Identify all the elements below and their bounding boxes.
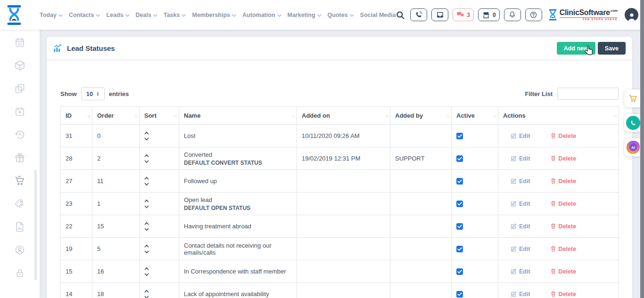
- top-bar: TodayContactsLeadsDealsTasksMembershipsA…: [0, 0, 644, 30]
- column-header-added-by[interactable]: Added by↑↓: [390, 107, 452, 125]
- delete-link[interactable]: Delete: [550, 268, 577, 275]
- sidebar-cart-icon[interactable]: [14, 175, 25, 186]
- active-checkbox[interactable]: [456, 178, 463, 185]
- move-up-button[interactable]: [144, 222, 150, 225]
- delete-link[interactable]: Delete: [550, 155, 577, 162]
- cell-active: [452, 125, 498, 147]
- nav-item-tasks[interactable]: Tasks: [164, 12, 186, 18]
- sidebar-calendar-import-icon[interactable]: [14, 106, 25, 117]
- sidebar-lock-icon[interactable]: [14, 267, 25, 279]
- sidebar-calendar-icon[interactable]: 12: [14, 37, 25, 48]
- column-header-id[interactable]: ID↑↓: [61, 107, 92, 125]
- column-header-name[interactable]: Name↑↓: [179, 107, 297, 125]
- sidebar-tags-icon[interactable]: [14, 198, 25, 209]
- chat-button[interactable]: 3: [453, 8, 474, 21]
- active-checkbox[interactable]: [456, 223, 463, 230]
- delete-link[interactable]: Delete: [550, 223, 577, 230]
- move-up-button[interactable]: [144, 131, 150, 135]
- user-avatar[interactable]: [625, 8, 638, 22]
- chevron-down-icon: [350, 14, 354, 17]
- sidebar-copy-icon[interactable]: [14, 83, 25, 94]
- move-up-button[interactable]: [144, 267, 150, 270]
- nav-item-leads[interactable]: Leads: [106, 12, 129, 18]
- cell-name: ConvertedDEFAULT CONVERT STATUS: [179, 147, 297, 170]
- window-scrollbar[interactable]: [640, 0, 644, 298]
- delete-link[interactable]: Delete: [550, 201, 577, 207]
- help-button[interactable]: [525, 8, 542, 21]
- column-header-active[interactable]: Active↑↓: [452, 107, 498, 125]
- cell-added-on: 10/11/2020 09:26 AM: [297, 125, 390, 147]
- delete-link[interactable]: Delete: [550, 133, 577, 139]
- edit-link[interactable]: Edit: [511, 155, 530, 162]
- move-down-button[interactable]: [144, 250, 150, 254]
- active-checkbox[interactable]: [456, 201, 463, 207]
- column-header-sort[interactable]: Sort↑↓: [140, 107, 179, 125]
- nav-item-marketing[interactable]: Marketing: [288, 12, 322, 18]
- active-checkbox[interactable]: [456, 268, 463, 275]
- store-button[interactable]: 0: [478, 8, 500, 21]
- sidebar-gift-icon[interactable]: [14, 152, 25, 163]
- search-icon[interactable]: [396, 10, 405, 20]
- delete-link[interactable]: Delete: [550, 178, 577, 185]
- edit-link[interactable]: Edit: [511, 201, 530, 207]
- ai-icon: AI: [627, 141, 640, 154]
- edit-icon: [511, 155, 517, 161]
- column-header-actions[interactable]: Actions↑↓: [498, 107, 619, 125]
- move-up-button[interactable]: [144, 177, 150, 180]
- clinicsoftware-logo[interactable]: ClinicSoftware.com TEN STEPS AHEAD: [548, 8, 618, 21]
- sidebar-scrollbar[interactable]: [34, 170, 37, 280]
- move-down-button[interactable]: [144, 296, 150, 298]
- nav-item-contacts[interactable]: Contacts: [69, 12, 100, 18]
- edit-link[interactable]: Edit: [511, 223, 530, 230]
- active-checkbox[interactable]: [456, 133, 463, 139]
- move-up-button[interactable]: [144, 244, 150, 248]
- move-down-button[interactable]: [144, 183, 150, 186]
- move-down-button[interactable]: [144, 205, 150, 209]
- floating-cart-button[interactable]: [624, 89, 642, 107]
- move-up-button[interactable]: [144, 290, 150, 293]
- edit-link[interactable]: Edit: [511, 133, 530, 139]
- sidebar-history-icon[interactable]: [14, 129, 25, 140]
- edit-link[interactable]: Edit: [511, 178, 530, 185]
- app-logo-hourglass-icon[interactable]: [0, 5, 28, 25]
- floating-ai-button[interactable]: AI: [624, 138, 642, 156]
- nav-item-social-media[interactable]: Social Media: [360, 12, 396, 18]
- nav-item-today[interactable]: Today: [40, 12, 63, 18]
- nav-item-automation[interactable]: Automation: [242, 12, 281, 18]
- sidebar-user-clock-icon[interactable]: [14, 244, 25, 256]
- floating-phone-button[interactable]: [624, 114, 642, 132]
- edit-link[interactable]: Edit: [511, 291, 530, 298]
- move-up-button[interactable]: [144, 199, 150, 202]
- sidebar-report-icon[interactable]: [14, 221, 25, 233]
- caret-up-icon: [144, 177, 149, 180]
- active-checkbox[interactable]: [456, 155, 463, 162]
- cell-name: In Correspondence with staff member: [179, 260, 297, 283]
- delete-link[interactable]: Delete: [550, 246, 577, 252]
- column-header-added-on[interactable]: Added on↑↓: [297, 107, 390, 125]
- phone-button[interactable]: [410, 8, 427, 21]
- active-checkbox[interactable]: [456, 246, 463, 252]
- save-button[interactable]: Save: [598, 42, 626, 55]
- move-down-button[interactable]: [144, 160, 150, 163]
- delete-link[interactable]: Delete: [550, 291, 577, 298]
- move-up-button[interactable]: [144, 154, 150, 157]
- move-down-button[interactable]: [144, 273, 150, 276]
- nav-item-quotes[interactable]: Quotes: [328, 12, 354, 18]
- column-header-order[interactable]: Order↑↓: [92, 107, 140, 125]
- chat-count-badge: 3: [467, 12, 470, 18]
- cell-added-on: [297, 238, 390, 260]
- inbox-button[interactable]: [431, 8, 448, 21]
- move-down-button[interactable]: [144, 137, 150, 141]
- filter-input[interactable]: [557, 88, 619, 100]
- page-size-select[interactable]: 10 ▲▼: [81, 87, 105, 100]
- sort-arrows-icon: ↑↓: [385, 113, 388, 118]
- sidebar-package-icon[interactable]: [14, 60, 25, 71]
- move-down-button[interactable]: [144, 228, 150, 231]
- nav-item-deals[interactable]: Deals: [136, 12, 157, 18]
- edit-link[interactable]: Edit: [511, 246, 530, 252]
- edit-link[interactable]: Edit: [511, 268, 530, 275]
- notifications-button[interactable]: [504, 8, 521, 21]
- add-new-button[interactable]: Add new: [557, 42, 595, 55]
- active-checkbox[interactable]: [456, 291, 463, 298]
- nav-item-memberships[interactable]: Memberships: [192, 12, 236, 18]
